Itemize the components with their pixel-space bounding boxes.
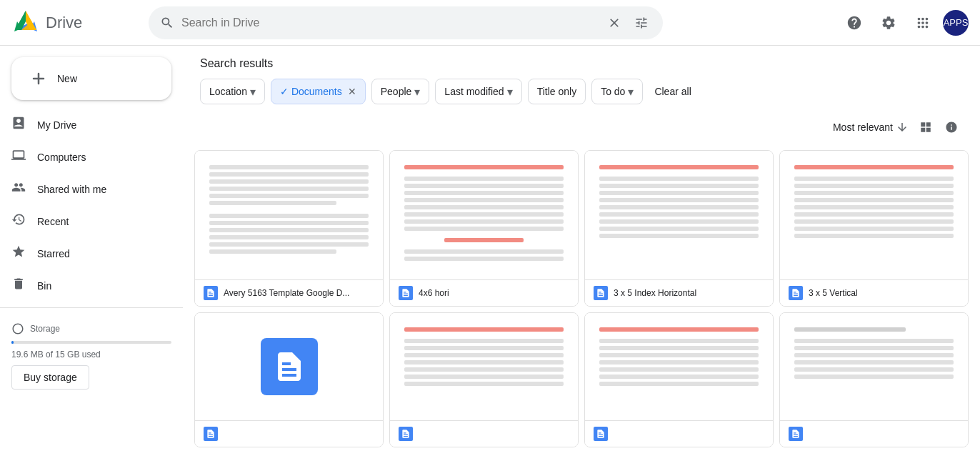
file-preview-5	[195, 313, 383, 420]
drive-logo	[11, 9, 40, 37]
storage-section: Storage 19.6 MB of 15 GB used Buy storag…	[0, 314, 183, 398]
people-filter[interactable]: People ▾	[371, 79, 430, 104]
location-chevron: ▾	[250, 85, 256, 99]
search-input[interactable]: type:document	[181, 16, 597, 29]
file-preview-3	[585, 151, 773, 279]
title-only-filter[interactable]: Title only	[528, 79, 586, 104]
file-preview-6	[390, 313, 578, 420]
to-do-filter[interactable]: To do ▾	[591, 79, 643, 104]
people-chevron: ▾	[414, 85, 420, 99]
file-info-4: 3 x 5 Vertical	[780, 279, 968, 306]
storage-icon	[11, 322, 24, 335]
search-icon	[160, 16, 174, 30]
shared-icon	[11, 180, 26, 198]
file-card-7[interactable]	[584, 312, 774, 447]
location-label: Location	[209, 86, 247, 97]
recent-icon	[11, 212, 26, 230]
sort-button[interactable]: Most relevant	[833, 121, 909, 134]
google-apps-button[interactable]	[909, 9, 937, 37]
avatar[interactable]: APPS	[943, 10, 969, 36]
sidebar-item-label-computers: Computers	[37, 152, 86, 163]
to-do-label: To do	[601, 86, 625, 97]
sidebar-item-starred[interactable]: Starred	[0, 237, 171, 269]
sort-label: Most relevant	[833, 122, 893, 133]
sidebar: New My Drive Computers	[0, 46, 183, 471]
file-preview-2	[390, 151, 578, 279]
content-area: Search results Location ▾ ✓ Documents ✕ …	[183, 46, 980, 471]
grid-view-button[interactable]	[914, 116, 937, 139]
computers-icon	[11, 148, 26, 166]
file-preview-1	[195, 151, 383, 279]
documents-checkmark: ✓	[280, 86, 289, 97]
help-button[interactable]	[840, 9, 869, 37]
file-info-2: 4x6 hori	[390, 279, 578, 306]
doc-icon-4	[789, 286, 803, 300]
file-info-7	[585, 420, 773, 447]
filter-bar: Location ▾ ✓ Documents ✕ People ▾ Last m…	[200, 79, 963, 113]
file-info-5	[195, 420, 383, 447]
search-bar: type:document	[149, 6, 663, 39]
my-drive-icon	[11, 116, 26, 134]
file-card-2[interactable]: 4x6 hori	[389, 150, 579, 307]
big-doc-icon	[261, 338, 318, 395]
sidebar-item-computers[interactable]: Computers	[0, 141, 171, 173]
file-info-6	[390, 420, 578, 447]
file-preview-8	[780, 313, 968, 420]
doc-icon-6	[399, 427, 413, 441]
settings-button[interactable]	[874, 9, 903, 37]
file-name-4: 3 x 5 Vertical	[809, 288, 858, 298]
documents-filter[interactable]: ✓ Documents ✕	[271, 79, 366, 104]
info-button[interactable]	[940, 116, 963, 139]
new-button-label: New	[57, 73, 77, 84]
storage-used-text: 19.6 MB of 15 GB used	[11, 349, 171, 360]
doc-icon-7	[594, 427, 608, 441]
view-icons	[914, 116, 963, 139]
sort-arrow-icon	[896, 121, 909, 134]
file-preview-4	[780, 151, 968, 279]
sidebar-item-recent[interactable]: Recent	[0, 205, 171, 237]
grid-area: Enter "type:document" into thesearch bar…	[183, 144, 980, 471]
file-preview-7	[585, 313, 773, 420]
sidebar-divider	[0, 307, 183, 308]
doc-icon-5	[204, 427, 218, 441]
file-info-8	[780, 420, 968, 447]
last-modified-chevron: ▾	[507, 85, 513, 99]
new-button[interactable]: New	[11, 57, 171, 100]
sidebar-item-label-bin: Bin	[37, 280, 51, 292]
file-info-3: 3 x 5 Index Horizontal	[585, 279, 773, 306]
doc-icon-3	[594, 286, 608, 300]
documents-close[interactable]: ✕	[348, 86, 356, 97]
last-modified-label: Last modified	[444, 86, 504, 97]
app-name: Drive	[46, 14, 82, 32]
file-card-4[interactable]: 3 x 5 Vertical	[779, 150, 969, 307]
file-card-1[interactable]: Avery 5163 Template Google D...	[194, 150, 384, 307]
file-name-1: Avery 5163 Template Google D...	[224, 288, 349, 298]
starred-icon	[11, 244, 26, 262]
files-grid: Avery 5163 Template Google D...	[194, 150, 969, 447]
file-card-5[interactable]	[194, 312, 384, 447]
search-filter-button[interactable]	[631, 13, 651, 33]
file-card-6[interactable]	[389, 312, 579, 447]
main-layout: New My Drive Computers	[0, 46, 980, 471]
search-clear-button[interactable]	[604, 13, 624, 33]
location-filter[interactable]: Location ▾	[200, 79, 265, 104]
sidebar-item-shared[interactable]: Shared with me	[0, 173, 171, 205]
title-only-label: Title only	[537, 86, 577, 97]
content-header: Search results Location ▾ ✓ Documents ✕ …	[183, 46, 980, 113]
topbar-right: APPS	[840, 9, 969, 37]
file-card-3[interactable]: 3 x 5 Index Horizontal	[584, 150, 774, 307]
clear-all-button[interactable]: Clear all	[649, 81, 696, 101]
documents-label: Documents	[291, 86, 342, 97]
sidebar-item-label-recent: Recent	[37, 216, 69, 227]
sidebar-item-bin[interactable]: Bin	[0, 269, 171, 302]
sidebar-item-my-drive[interactable]: My Drive	[0, 109, 171, 141]
view-options: Most relevant	[183, 113, 980, 144]
buy-storage-button[interactable]: Buy storage	[11, 365, 89, 390]
file-name-2: 4x6 hori	[419, 288, 449, 298]
doc-icon-8	[789, 427, 803, 441]
last-modified-filter[interactable]: Last modified ▾	[435, 79, 521, 104]
logo-area: Drive	[11, 9, 140, 37]
file-info-1: Avery 5163 Template Google D...	[195, 279, 383, 306]
file-card-8[interactable]	[779, 312, 969, 447]
new-plus-icon	[29, 69, 49, 89]
